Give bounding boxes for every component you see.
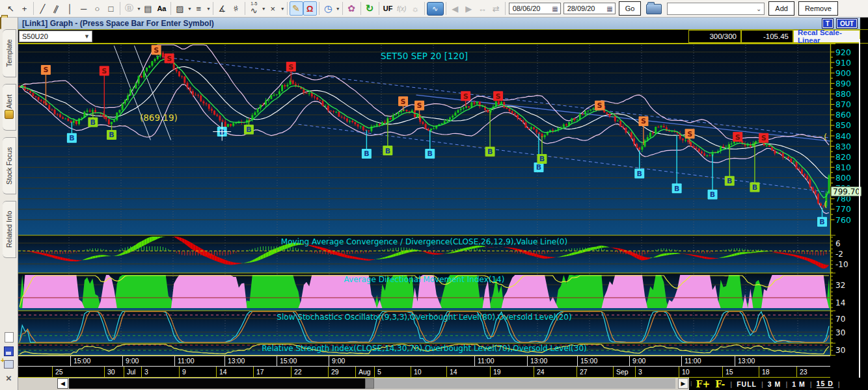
main-toolbar: ↖+╱∥│─○□Ⓑ▼▤Aa▨▼≡▼∡#1-5∿▼×▼✎Ω◷▼✿↻UFf(x)☼∿… <box>0 0 868 18</box>
recal-scale-button[interactable]: Recal Scale-Linear <box>793 30 860 43</box>
scrollbar-track[interactable] <box>374 378 675 389</box>
palette-icon[interactable]: ✿ <box>345 1 359 16</box>
dropdown-arrow-icon[interactable]: ▼ <box>280 6 285 11</box>
toolbar-separator <box>424 2 425 15</box>
uf-label-icon[interactable]: UF <box>381 1 395 16</box>
expand-footer-button[interactable]: ▶ <box>678 378 688 389</box>
svg-text:860: 860 <box>835 110 851 120</box>
add-template-icon[interactable] <box>0 360 18 369</box>
sidebar-tab-related-info[interactable]: Related Info <box>3 201 16 258</box>
trendline-icon[interactable]: ╱ <box>36 1 49 16</box>
delete-drawing-icon[interactable]: × <box>266 1 280 16</box>
time-label: 9:00 <box>329 356 381 366</box>
select-cursor-icon[interactable]: ↖ <box>4 1 18 16</box>
dropdown-arrow-icon[interactable]: ▼ <box>262 6 266 11</box>
zigzag-15-icon[interactable]: 1-5∿ <box>247 1 261 16</box>
time-label: 9:00 <box>629 356 682 366</box>
minichart-icon[interactable]: ∿ <box>427 2 444 16</box>
text-icon[interactable]: Aa <box>155 1 169 16</box>
svg-text:14: 14 <box>835 298 845 307</box>
range-button-3m[interactable]: 3 M <box>768 380 781 388</box>
toolbar-separator <box>360 2 361 15</box>
sidebar-tab-label: Related Info <box>5 211 13 248</box>
add-button[interactable]: Add <box>768 1 794 16</box>
date-label: Jul <box>124 367 141 377</box>
pencil-icon[interactable]: ✎ <box>290 1 303 16</box>
go-button[interactable]: Go <box>619 1 642 16</box>
new-document-icon[interactable] <box>0 332 18 343</box>
alert-icon <box>5 110 14 119</box>
line-style-icon[interactable]: ≡ <box>192 1 206 16</box>
folder-icon[interactable] <box>646 4 662 14</box>
zoom-out-button[interactable]: F- <box>715 379 725 389</box>
date-label: 23 <box>796 367 830 377</box>
toolbar-separator <box>245 2 245 15</box>
t-button[interactable]: T <box>822 18 834 29</box>
svg-text:S: S <box>417 101 422 110</box>
template-combobox[interactable]: ⌄ <box>667 3 765 15</box>
crosshair-icon[interactable]: + <box>18 1 31 16</box>
svg-text:770: 770 <box>835 204 851 214</box>
date-label: 19 <box>490 367 534 377</box>
svg-text:B: B <box>90 118 96 127</box>
dropdown-arrow-icon[interactable]: ▼ <box>336 6 340 11</box>
refresh-icon[interactable]: ↻ <box>363 1 377 16</box>
date-label: 29 <box>328 367 355 377</box>
svg-text:6: 6 <box>835 239 841 248</box>
range-button-15d[interactable]: 15 D <box>817 380 834 388</box>
date-label: 27 <box>576 367 613 377</box>
sidebar-tab-template[interactable]: Template <box>3 29 16 77</box>
dropdown-arrow-icon[interactable]: ▼ <box>206 6 211 11</box>
range-separator: | <box>838 380 840 388</box>
date-label: 24 <box>534 367 576 377</box>
zoom-in-button[interactable]: F+ <box>696 379 711 389</box>
ellipse-icon[interactable]: ○ <box>90 1 104 16</box>
time-label: 13:00 <box>527 356 580 366</box>
date-label: Aug <box>355 367 374 377</box>
time-label: 13:00 <box>735 356 787 366</box>
sidebar-tab-stock-focus[interactable]: Stock Focus <box>3 137 16 194</box>
chart-canvas[interactable]: 7607707807908008108208308408508608708808… <box>18 44 868 356</box>
remove-button[interactable]: Remove <box>798 1 838 16</box>
rectangle-icon[interactable]: □ <box>104 1 118 16</box>
crossed-lines-icon[interactable]: # <box>227 0 245 18</box>
horizontal-line-icon[interactable]: ─ <box>77 1 90 16</box>
scrollbar-loaded-region[interactable] <box>69 378 365 389</box>
svg-text:S: S <box>167 55 172 63</box>
date-to-input[interactable]: 28/09/20▦ <box>563 3 616 14</box>
dropdown-arrow-icon[interactable]: ▼ <box>187 6 192 11</box>
magnet-icon[interactable]: Ω <box>303 1 317 16</box>
sidebar-tab-alert[interactable]: Alert <box>3 84 16 131</box>
save-icon[interactable] <box>0 346 18 356</box>
calendar-icon[interactable]: ▦ <box>606 5 612 12</box>
callout-icon[interactable]: ▤ <box>141 1 155 16</box>
hatch-pattern-icon[interactable]: ▨ <box>173 1 187 16</box>
svg-text:Moving Average Convergence / D: Moving Average Convergence / Divergence(… <box>281 237 567 246</box>
date-from-input[interactable]: 08/06/20▦ <box>509 3 561 14</box>
symbol-combobox[interactable]: S50U20 ▼ <box>19 31 92 42</box>
close-icon[interactable]: × <box>0 372 18 384</box>
window-title: [Link1] Graph - (Press Space Bar For Ent… <box>22 19 214 28</box>
scroll-left-button[interactable]: ◀ <box>57 378 68 389</box>
range-button-full[interactable]: FULL <box>737 380 757 388</box>
templates-folder-icon[interactable] <box>0 17 1 29</box>
brightness-icon: ☼ <box>409 1 422 16</box>
range-button-1m[interactable]: 1 M <box>792 380 806 388</box>
vertical-line-icon[interactable]: │ <box>63 1 77 16</box>
svg-text:Relative Strength Index(CLOSE,: Relative Strength Index(CLOSE,14,30,70),… <box>262 344 587 353</box>
svg-text:(: ( <box>824 132 827 142</box>
time-label: 9:00 <box>122 356 175 366</box>
svg-text:830: 830 <box>835 142 851 151</box>
symbol-value: S50U20 <box>22 32 48 40</box>
out-button[interactable]: OUT <box>836 18 858 29</box>
scrollbar-thumb[interactable] <box>365 378 374 389</box>
window-split-divider[interactable] <box>859 39 860 378</box>
clock-icon[interactable]: ◷ <box>321 1 335 16</box>
toolbar-separator <box>319 2 319 15</box>
svg-text:B: B <box>539 155 545 163</box>
dropdown-arrow-icon[interactable]: ▼ <box>137 6 141 11</box>
drag-grip-icon[interactable]: ⁞ <box>690 381 692 387</box>
calendar-icon[interactable]: ▦ <box>552 5 558 12</box>
svg-text:S: S <box>687 130 692 138</box>
svg-text:B: B <box>674 185 679 193</box>
